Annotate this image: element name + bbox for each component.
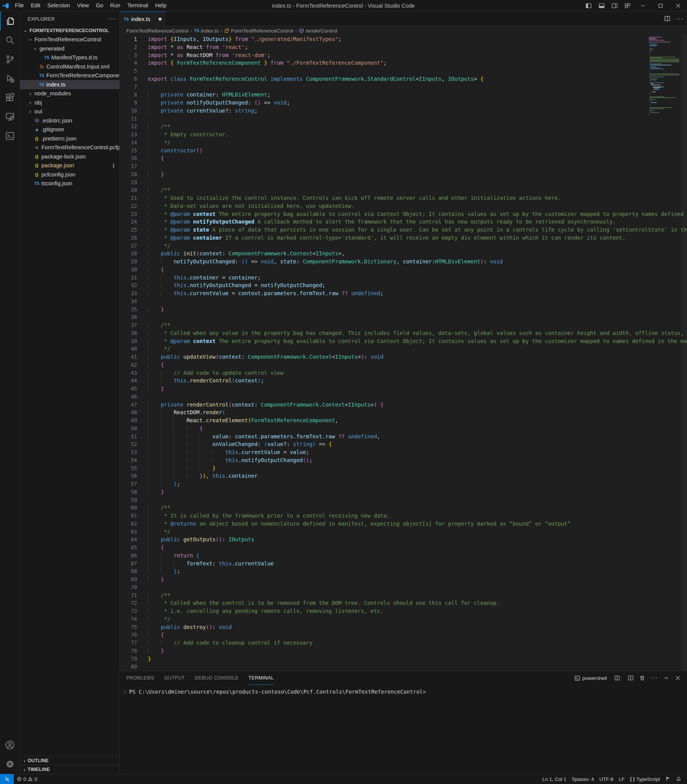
code-line-19[interactable]: 19: [120, 179, 687, 187]
problems-status[interactable]: 00: [14, 774, 40, 784]
code-line-8[interactable]: 8 private container: HTMLDivElement;: [120, 91, 687, 99]
section-outline[interactable]: ›OUTLINE: [20, 756, 120, 765]
chevron-up-icon[interactable]: [663, 674, 669, 681]
code-line-51[interactable]: 51 value: context.parameters.formText.ra…: [120, 433, 687, 441]
code-line-54[interactable]: 54 this.notifyOutputChanged();: [120, 456, 687, 464]
remote-indicator[interactable]: [0, 774, 14, 784]
code-line-27[interactable]: 27 */: [120, 242, 687, 250]
code-line-28[interactable]: 28 public init(context: ComponentFramewo…: [120, 249, 687, 258]
code-line-52[interactable]: 52 onValueChanged: (value?: string) => {: [120, 440, 687, 448]
code-line-62[interactable]: 62 * @returns an object based on nomencl…: [120, 520, 687, 528]
menu-terminal[interactable]: Terminal: [124, 0, 152, 11]
status-cursor-position[interactable]: Ln 1, Col 1: [539, 776, 569, 782]
explorer-actions-icon[interactable]: ···: [108, 15, 116, 22]
code-line-69[interactable]: 69 }: [120, 576, 687, 584]
code-line-32[interactable]: 32 this.notifyOutputChanged = notifyOutp…: [120, 281, 687, 289]
activity-console[interactable]: [0, 126, 20, 146]
status-feedback[interactable]: [662, 776, 673, 782]
code-line-24[interactable]: 24 * @param notifyOutputChanged A callba…: [120, 218, 687, 226]
code-line-10[interactable]: 10 private currentValue?: string;: [120, 107, 687, 115]
code-line-45[interactable]: 45 }: [120, 385, 687, 393]
tree-item-out[interactable]: ›out: [20, 107, 120, 116]
code-line-79[interactable]: 79}: [120, 655, 687, 663]
code-line-22[interactable]: 22 * Data-set values are not initialized…: [120, 202, 687, 210]
code-line-49[interactable]: 49 React.createElement(FormTextReference…: [120, 417, 687, 425]
code-line-29[interactable]: 29 notifyOutputChanged: () => void, stat…: [120, 258, 687, 266]
code-line-33[interactable]: 33 this.currentValue = context.parameter…: [120, 289, 687, 297]
trash-icon[interactable]: [639, 674, 645, 681]
code-line-50[interactable]: 50 {: [120, 425, 687, 433]
code-line-12[interactable]: 12 /**: [120, 123, 687, 131]
menu-go[interactable]: Go: [92, 0, 107, 11]
code-line-56[interactable]: 56 }), this.container: [120, 472, 687, 480]
code-line-71[interactable]: 71 /**: [120, 591, 687, 599]
code-line-80[interactable]: 80: [120, 663, 687, 671]
activity-settings[interactable]: [0, 754, 20, 774]
code-line-58[interactable]: 58 }: [120, 488, 687, 496]
code-line-34[interactable]: 34: [120, 297, 687, 305]
code-line-43[interactable]: 43 // Add code to update control view: [120, 369, 687, 377]
code-line-70[interactable]: 70: [120, 584, 687, 591]
layout-grid-icon[interactable]: [621, 0, 634, 11]
status-language-mode[interactable]: { }TypeScript: [627, 776, 662, 782]
code-line-61[interactable]: 61 * It is called by the framework prior…: [120, 512, 687, 520]
tree-item-formtextreferencecomponent-tsx[interactable]: TSFormTextReferenceComponent.tsx: [20, 71, 120, 80]
activity-search[interactable]: [0, 31, 20, 50]
code-line-55[interactable]: 55 }: [120, 464, 687, 472]
chevron-down-icon[interactable]: ⌄: [27, 36, 33, 42]
code-line-42[interactable]: 42 {: [120, 361, 687, 369]
tree-item--prettierrc-json[interactable]: {}.prettierrc.json: [20, 134, 120, 143]
code-line-39[interactable]: 39 * @param context The entire property …: [120, 337, 687, 345]
activity-extensions[interactable]: [0, 88, 20, 107]
layout-panel-icon[interactable]: [595, 0, 608, 11]
close-icon[interactable]: [675, 674, 681, 681]
breadcrumb-item[interactable]: TSindex.ts: [194, 28, 219, 34]
code-line-2[interactable]: 2import * as React from 'react';: [120, 43, 687, 51]
status-indentation[interactable]: Spaces: 4: [569, 776, 597, 782]
code-line-60[interactable]: 60 /**: [120, 504, 687, 512]
activity-run-debug[interactable]: [0, 69, 20, 88]
activity-source-control[interactable]: [0, 50, 20, 69]
chevron-right-icon[interactable]: ›: [27, 108, 33, 115]
code-line-9[interactable]: 9 private notifyOutputChanged: () => voi…: [120, 99, 687, 107]
menu-view[interactable]: View: [74, 0, 92, 11]
code-line-20[interactable]: 20 /**: [120, 186, 687, 194]
code-editor[interactable]: 1import {IInputs, IOutputs} from "./gene…: [120, 35, 687, 671]
code-line-30[interactable]: 30 {: [120, 266, 687, 274]
code-line-65[interactable]: 65 {: [120, 544, 687, 552]
code-line-77[interactable]: 77 // Add code to cleanup control if nec…: [120, 639, 687, 647]
layout-sidebar-right-icon[interactable]: [608, 0, 621, 11]
chevron-down-icon[interactable]: ⌄: [22, 27, 28, 33]
menu-edit[interactable]: Edit: [27, 0, 44, 11]
status-notifications[interactable]: [673, 776, 684, 782]
code-line-40[interactable]: 40 */: [120, 345, 687, 353]
status-encoding[interactable]: UTF-8: [597, 776, 616, 782]
code-line-73[interactable]: 73 * i.e. cancelling any pending remote …: [120, 607, 687, 615]
code-line-46[interactable]: 46: [120, 393, 687, 401]
activity-remote-explorer[interactable]: [0, 107, 20, 126]
tree-item-index-ts[interactable]: TSindex.ts: [20, 80, 120, 89]
tree-item-manifesttypes-d-ts[interactable]: TSManifestTypes.d.ts: [20, 53, 120, 62]
code-line-75[interactable]: 75 public destroy(): void: [120, 623, 687, 631]
menu-selection[interactable]: Selection: [44, 0, 74, 11]
code-line-15[interactable]: 15 constructor(): [120, 147, 687, 155]
tree-item-controlmanifest-input-xml[interactable]: ControlManifest.Input.xml: [20, 62, 120, 71]
code-line-23[interactable]: 23 * @param context The entire property …: [120, 210, 687, 218]
code-line-78[interactable]: 78 }: [120, 647, 687, 655]
code-line-63[interactable]: 63 */: [120, 528, 687, 536]
code-line-35[interactable]: 35 }: [120, 305, 687, 313]
code-line-13[interactable]: 13 * Empty constructor.: [120, 131, 687, 139]
breadcrumb-item[interactable]: FormTextReferenceControl: [127, 28, 188, 34]
breadcrumb-item[interactable]: renderControl: [299, 28, 337, 34]
code-line-18[interactable]: 18 }: [120, 171, 687, 179]
menu-run[interactable]: Run: [107, 0, 124, 11]
tree-item-formtextreferencecontrol-pcfproj[interactable]: ≡FormTextReferenceControl.pcfproj: [20, 143, 120, 153]
code-line-14[interactable]: 14 */: [120, 139, 687, 147]
code-line-68[interactable]: 68 };: [120, 567, 687, 576]
chevron-right-icon[interactable]: ›: [27, 100, 33, 106]
code-line-3[interactable]: 3import * as ReactDOM from 'react-dom';: [120, 51, 687, 59]
code-line-53[interactable]: 53 this.currentValue = value;: [120, 448, 687, 456]
code-line-66[interactable]: 66 return {: [120, 552, 687, 560]
layout-sidebar-left-icon[interactable]: [582, 0, 595, 11]
panel-tab-terminal[interactable]: TERMINAL: [248, 671, 274, 685]
